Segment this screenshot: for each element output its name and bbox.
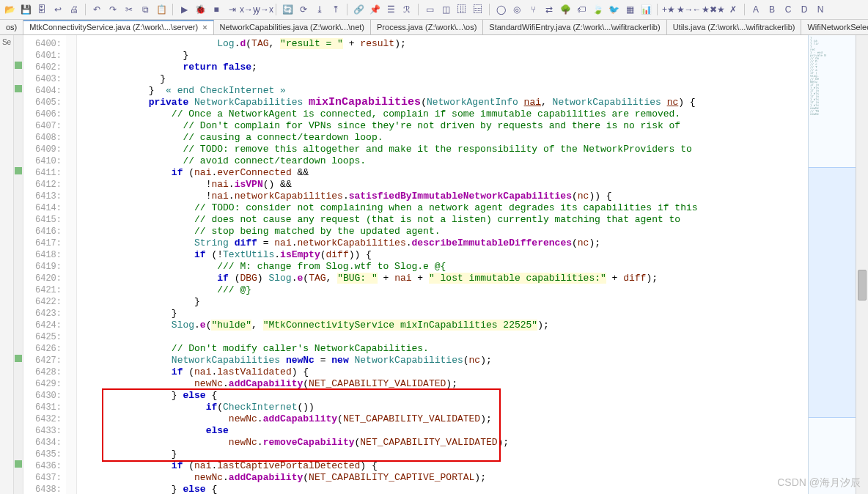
code-line[interactable]: Slog.e("hulde", "MtkConnectivityService … xyxy=(80,320,805,331)
code-line[interactable]: else xyxy=(80,425,805,437)
vertical-scrollbar[interactable] xyxy=(856,35,868,494)
refresh-icon[interactable]: ⟳ xyxy=(297,3,310,16)
xy-icon[interactable]: x→y xyxy=(242,3,255,16)
copy-icon[interactable]: ⧉ xyxy=(139,3,152,16)
circle-icon[interactable]: ◯ xyxy=(494,3,507,16)
print-icon[interactable]: 🖨 xyxy=(67,3,81,16)
code-line[interactable]: newNc.removeCapability(NET_CAPABILITY_VA… xyxy=(80,437,805,449)
tab-6[interactable]: WifiNetworkSelector.java (Z:\work\...\w xyxy=(801,20,868,34)
pin-icon[interactable]: 📌 xyxy=(368,3,381,16)
c-box-icon[interactable]: C xyxy=(781,3,795,16)
code-line[interactable]: /// @} xyxy=(80,284,805,296)
play-icon[interactable]: ▶ xyxy=(177,3,191,16)
step-icon[interactable]: ⇥ xyxy=(226,3,239,16)
undo-icon[interactable]: ↶ xyxy=(90,3,103,16)
tab-5[interactable]: Utils.java (Z:\work\...\wifitrackerlib) xyxy=(667,20,802,34)
bookmark-next-icon[interactable]: ★→ xyxy=(678,3,691,16)
code-line[interactable]: private NetworkCapabilities mixInCapabil… xyxy=(80,97,805,108)
code-line[interactable]: if (!TextUtils.isEmpty(diff)) { xyxy=(80,249,805,261)
code-line[interactable]: if (nai.lastValidated) { xyxy=(80,366,805,378)
layout1-icon[interactable]: ▭ xyxy=(423,3,436,16)
grid-icon[interactable]: ▦ xyxy=(623,3,636,16)
code-line[interactable]: if (DBG) Slog.e(TAG, "BUG: " + nai + " l… xyxy=(80,273,805,284)
folder-open-icon[interactable]: 📂 xyxy=(3,3,16,16)
target-icon[interactable]: ◎ xyxy=(510,3,523,16)
bookmark-add-icon[interactable]: +★ xyxy=(662,3,675,16)
chart-icon[interactable]: 📊 xyxy=(639,3,652,16)
code-line[interactable]: } « end CheckInternet » xyxy=(80,85,805,97)
a-box-icon[interactable]: A xyxy=(749,3,762,16)
link-icon[interactable]: 🔗 xyxy=(352,3,365,16)
code-line[interactable]: // avoid connect/teardown loops. xyxy=(80,155,805,167)
code-line[interactable]: NetworkCapabilities newNc = new NetworkC… xyxy=(80,355,805,366)
sidebar-label[interactable]: Se xyxy=(2,38,11,46)
code-line[interactable]: // TODO: remove this altogether and make… xyxy=(80,144,805,155)
paste-icon[interactable]: 📋 xyxy=(155,3,168,16)
compare-icon[interactable]: ⇄ xyxy=(542,3,556,16)
code-line[interactable]: // TODO: consider not complaining when a… xyxy=(80,202,805,214)
code-line[interactable]: } else { xyxy=(80,484,805,494)
tab-1[interactable]: MtkConnectivityService.java (Z:\work\...… xyxy=(23,20,213,34)
cut-icon[interactable]: ✂ xyxy=(122,3,136,16)
yx-icon[interactable]: y→x xyxy=(258,3,271,16)
d-box-icon[interactable]: D xyxy=(798,3,811,16)
bird-icon[interactable]: 🐦 xyxy=(607,3,620,16)
code-line[interactable]: /// M: change from Slog.wtf to Slog.e @{ xyxy=(80,261,805,273)
minimap-viewport[interactable] xyxy=(809,167,856,418)
code-line[interactable]: newNc.addCapability(NET_CAPABILITY_CAPTI… xyxy=(80,472,805,484)
tab-3[interactable]: Process.java (Z:\work\...\os) xyxy=(371,20,483,34)
code-line[interactable]: !nai.networkCapabilities.satisfiedByImmu… xyxy=(80,191,805,202)
code-line[interactable]: // does not cause any request (that is n… xyxy=(80,214,805,226)
n-box-icon[interactable]: N xyxy=(814,3,827,16)
layout3-icon[interactable]: ⿲ xyxy=(455,3,468,16)
code-line[interactable]: // Don't modify caller's NetworkCapabili… xyxy=(80,343,805,355)
tag-icon[interactable]: 🏷 xyxy=(575,3,588,16)
code-line[interactable]: // Once a NetworkAgent is connected, com… xyxy=(80,108,805,120)
code-line[interactable]: if (nai.lastCaptivePortalDetected) { xyxy=(80,460,805,472)
code-line[interactable]: } xyxy=(80,449,805,460)
save-icon[interactable]: 💾 xyxy=(19,3,32,16)
bookmark-x-icon[interactable]: ✗ xyxy=(727,3,740,16)
code-line[interactable]: !nai.isVPN() && xyxy=(80,179,805,191)
bookmark-prev-icon[interactable]: ←★ xyxy=(694,3,707,16)
code-line[interactable]: if(CheckInternet()) xyxy=(80,402,805,413)
code-line[interactable]: // causing a connect/teardown loop. xyxy=(80,132,805,144)
minimap[interactable]: }} ca} fir}ret} - endprivate N// On// D/… xyxy=(808,35,856,494)
bookmark-del-icon[interactable]: ✖★ xyxy=(710,3,724,16)
leaf-icon[interactable]: 🍃 xyxy=(591,3,604,16)
debug-icon[interactable]: 🐞 xyxy=(194,3,207,16)
scrollbar-thumb[interactable] xyxy=(858,270,867,301)
code-line[interactable]: String diff = nai.networkCapabilities.de… xyxy=(80,237,805,249)
layout4-icon[interactable]: ⿳ xyxy=(471,3,485,16)
layers-icon[interactable]: ☰ xyxy=(384,3,397,16)
tree-icon[interactable]: 🌳 xyxy=(559,3,572,16)
code-line[interactable]: if (nai.everConnected && xyxy=(80,167,805,179)
code-line[interactable]: } xyxy=(80,296,805,308)
code-line[interactable]: Log.d(TAG, "result = " + result); xyxy=(80,38,805,50)
export-icon[interactable]: ⤒ xyxy=(329,3,342,16)
code-line[interactable]: // stop being matched by the updated age… xyxy=(80,226,805,237)
tab-0[interactable]: os) xyxy=(0,20,23,34)
import-icon[interactable]: ⤓ xyxy=(313,3,326,16)
code-line[interactable]: newNc.addCapability(NET_CAPABILITY_VALID… xyxy=(80,413,805,425)
close-icon[interactable]: × xyxy=(202,23,207,32)
code-line[interactable] xyxy=(80,331,805,343)
layout2-icon[interactable]: ◫ xyxy=(439,3,452,16)
tab-4[interactable]: StandardWifiEntry.java (Z:\work\...\wifi… xyxy=(483,20,666,34)
code-line[interactable]: } else { xyxy=(80,390,805,402)
branch-icon[interactable]: ⑂ xyxy=(526,3,540,16)
revert-icon[interactable]: ↩ xyxy=(51,3,65,16)
code-line[interactable]: return false; xyxy=(80,62,805,73)
redo-icon[interactable]: ↷ xyxy=(106,3,119,16)
code-line[interactable]: } xyxy=(80,308,805,320)
r-icon[interactable]: ℛ xyxy=(400,3,413,16)
sync-icon[interactable]: 🔄 xyxy=(281,3,294,16)
b-box-icon[interactable]: B xyxy=(765,3,779,16)
save-all-icon[interactable]: 🗄 xyxy=(35,3,48,16)
tab-2[interactable]: NetworkCapabilities.java (Z:\work\...\ne… xyxy=(214,20,371,34)
code-editor[interactable]: Log.d(TAG, "result = " + result); } retu… xyxy=(77,35,808,494)
code-line[interactable]: // Don't complain for VPNs since they're… xyxy=(80,120,805,132)
code-line[interactable]: } xyxy=(80,73,805,85)
stop-icon[interactable]: ■ xyxy=(210,3,223,16)
code-line[interactable]: newNc.addCapability(NET_CAPABILITY_VALID… xyxy=(80,378,805,390)
